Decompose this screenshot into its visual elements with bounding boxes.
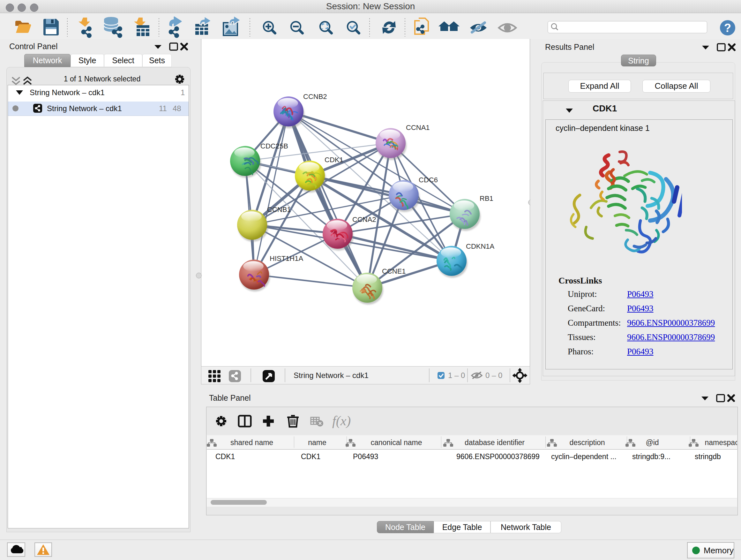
svg-text:CDK1: CDK1 [301, 452, 320, 461]
svg-text:P06493: P06493 [353, 452, 378, 461]
svg-text:String Network – cdk1: String Network – cdk1 [293, 371, 368, 380]
svg-text:stringdb:9...: stringdb:9... [632, 452, 670, 461]
svg-text:@id: @id [646, 438, 659, 447]
svg-text:name: name [308, 438, 327, 447]
svg-text:0 – 0: 0 – 0 [485, 371, 502, 380]
svg-text:f(x): f(x) [332, 414, 351, 428]
svg-text:1 – 0: 1 – 0 [448, 371, 465, 380]
svg-text:CCNA1: CCNA1 [406, 124, 430, 132]
svg-text:RB1: RB1 [480, 194, 493, 202]
svg-text:stringdb: stringdb [695, 452, 721, 461]
svg-text:CDKN1A: CDKN1A [466, 242, 495, 250]
svg-text:description: description [569, 438, 605, 447]
svg-text:CCNB2: CCNB2 [303, 92, 327, 101]
svg-text:HIST1H1A: HIST1H1A [270, 254, 303, 262]
svg-text:database identifier: database identifier [465, 438, 525, 447]
svg-text:CDC6: CDC6 [419, 176, 438, 184]
svg-text:cyclin–dependent ...: cyclin–dependent ... [551, 452, 616, 461]
svg-text:canonical name: canonical name [370, 438, 422, 447]
svg-text:CCNE1: CCNE1 [382, 267, 406, 275]
svg-text:shared name: shared name [230, 438, 273, 447]
svg-text:CCNA2: CCNA2 [352, 215, 376, 224]
svg-text:CDC25B: CDC25B [260, 142, 288, 150]
svg-text:CCNB1: CCNB1 [267, 206, 291, 213]
svg-text:CDK1: CDK1 [325, 156, 343, 164]
svg-text:namespace: namespace [705, 438, 737, 447]
svg-text:9606.ENSP00000378699: 9606.ENSP00000378699 [456, 452, 540, 461]
svg-text:?: ? [724, 21, 731, 35]
svg-text:CDK1: CDK1 [215, 452, 235, 461]
